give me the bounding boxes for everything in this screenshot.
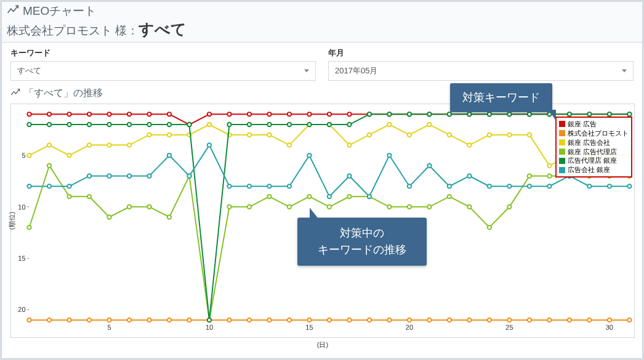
svg-point-64 <box>267 318 271 322</box>
svg-point-154 <box>207 318 211 322</box>
svg-point-196 <box>427 164 431 168</box>
svg-point-82 <box>627 318 631 322</box>
svg-point-73 <box>448 318 451 322</box>
svg-point-202 <box>547 184 551 188</box>
svg-point-33 <box>267 112 271 116</box>
svg-point-188 <box>267 184 271 188</box>
svg-point-174 <box>608 112 611 116</box>
svg-point-156 <box>248 123 251 126</box>
legend-item[interactable]: 銀座 広告会社 <box>559 138 629 147</box>
svg-point-140 <box>547 174 551 178</box>
svg-point-81 <box>608 318 611 322</box>
legend-label: 株式会社プロモスト <box>568 129 629 138</box>
svg-point-162 <box>368 112 371 116</box>
legend-swatch <box>559 158 565 164</box>
svg-point-30 <box>207 112 211 116</box>
svg-point-105 <box>467 143 471 147</box>
svg-point-165 <box>427 112 431 116</box>
svg-point-35 <box>307 112 311 116</box>
svg-point-80 <box>587 318 591 322</box>
svg-point-169 <box>507 112 511 116</box>
legend-item[interactable]: 株式会社プロモスト <box>559 129 629 138</box>
keyword-select[interactable]: すべて <box>10 61 316 81</box>
svg-point-101 <box>387 123 391 126</box>
svg-point-52 <box>27 318 31 322</box>
svg-point-127 <box>288 205 291 208</box>
chart-section: 「すべて」の推移 510152051015202530 銀座 広告株式会社プロモ… <box>2 87 642 343</box>
svg-point-27 <box>147 112 151 116</box>
svg-point-137 <box>488 226 491 229</box>
svg-point-180 <box>107 174 111 178</box>
svg-point-132 <box>387 205 391 208</box>
svg-text:5: 5 <box>22 152 25 159</box>
svg-point-67 <box>328 318 331 322</box>
svg-point-181 <box>127 174 131 178</box>
filter-row: キーワード すべて 年月 2017年05月 <box>2 43 642 87</box>
svg-point-100 <box>368 133 371 137</box>
svg-point-120 <box>147 205 151 208</box>
callout-keyword-text: 対策キーワード <box>462 91 540 104</box>
svg-point-68 <box>347 318 351 322</box>
svg-point-128 <box>307 195 311 198</box>
svg-point-199 <box>488 184 491 188</box>
svg-point-37 <box>347 112 351 116</box>
month-select[interactable]: 2017年05月 <box>328 61 634 81</box>
svg-point-150 <box>127 123 131 126</box>
svg-point-170 <box>528 112 531 116</box>
svg-point-133 <box>408 205 411 208</box>
svg-point-177 <box>47 184 51 188</box>
svg-point-31 <box>227 112 231 116</box>
legend-label: 広告代理店 銀座 <box>568 156 617 165</box>
svg-point-86 <box>87 143 91 147</box>
svg-point-197 <box>448 184 451 188</box>
svg-text:10: 10 <box>18 203 25 211</box>
svg-point-201 <box>528 184 531 188</box>
svg-point-85 <box>67 153 71 157</box>
svg-point-158 <box>288 123 291 126</box>
chart-icon-small <box>10 88 20 100</box>
legend-label: 銀座 広告代理店 <box>568 147 617 157</box>
svg-point-58 <box>147 318 151 322</box>
svg-point-204 <box>587 184 591 188</box>
svg-point-32 <box>248 112 251 116</box>
header: MEOチャート 株式会社プロモスト 様：すべて <box>2 2 642 43</box>
svg-point-21 <box>27 112 31 116</box>
svg-point-173 <box>587 112 591 116</box>
svg-point-87 <box>107 143 111 147</box>
svg-point-24 <box>87 112 91 116</box>
svg-point-59 <box>167 318 171 322</box>
legend-item[interactable]: 銀座 広告 <box>559 120 629 129</box>
svg-point-106 <box>488 133 491 137</box>
svg-point-103 <box>427 123 431 126</box>
month-select-value: 2017年05月 <box>335 66 377 75</box>
svg-point-79 <box>568 318 571 322</box>
selection-emphasis: すべて <box>139 20 187 38</box>
legend-item[interactable]: 広告会社 銀座 <box>559 165 629 174</box>
legend-swatch <box>559 121 565 127</box>
svg-point-62 <box>227 318 231 322</box>
svg-point-115 <box>47 164 51 168</box>
svg-point-138 <box>507 205 511 208</box>
month-filter: 年月 2017年05月 <box>328 47 634 81</box>
svg-point-96 <box>288 143 291 147</box>
svg-point-75 <box>488 318 491 322</box>
svg-text:15: 15 <box>18 255 25 262</box>
legend-item[interactable]: 銀座 広告代理店 <box>559 147 629 157</box>
company-name: 株式会社プロモスト 様： <box>7 24 139 37</box>
svg-point-28 <box>167 112 171 116</box>
svg-point-145 <box>27 123 31 126</box>
legend-label: 広告会社 銀座 <box>568 165 610 174</box>
svg-text:30: 30 <box>606 324 613 331</box>
svg-point-102 <box>408 133 411 137</box>
svg-point-104 <box>448 133 451 137</box>
legend-item[interactable]: 広告代理店 銀座 <box>559 156 629 165</box>
svg-point-54 <box>67 318 71 322</box>
svg-point-114 <box>27 226 31 229</box>
legend-swatch <box>559 139 565 145</box>
svg-point-159 <box>307 123 311 126</box>
svg-point-195 <box>408 184 411 188</box>
svg-point-146 <box>47 123 51 126</box>
svg-point-90 <box>167 133 171 137</box>
legend-swatch <box>559 167 565 173</box>
svg-point-176 <box>27 184 31 188</box>
